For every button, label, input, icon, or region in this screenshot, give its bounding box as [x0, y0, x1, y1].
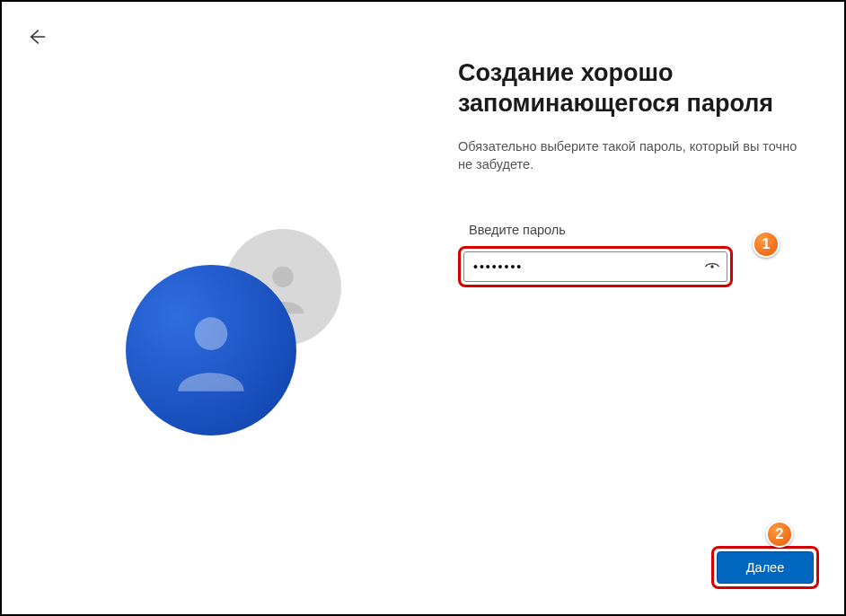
annotation-badge-1: 1: [753, 231, 780, 258]
page-subtitle: Обязательно выберите такой пароль, котор…: [458, 137, 813, 174]
password-input[interactable]: [463, 251, 727, 282]
password-input-highlight: [458, 246, 733, 287]
password-reveal-button[interactable]: [703, 258, 721, 276]
svg-point-2: [710, 265, 713, 268]
person-icon: [162, 301, 260, 400]
page-title: Создание хорошо запоминающегося пароля: [458, 58, 813, 119]
annotation-badge-2: 2: [766, 521, 793, 548]
back-button[interactable]: [27, 27, 48, 48]
eye-icon: [704, 259, 720, 275]
svg-point-0: [272, 267, 293, 287]
user-illustration: [117, 220, 350, 453]
next-button[interactable]: Далее: [717, 551, 814, 584]
next-button-highlight: Далее: [711, 546, 819, 589]
arrow-left-icon: [27, 27, 47, 47]
avatar-front-icon: [126, 265, 296, 436]
svg-point-1: [195, 317, 228, 350]
